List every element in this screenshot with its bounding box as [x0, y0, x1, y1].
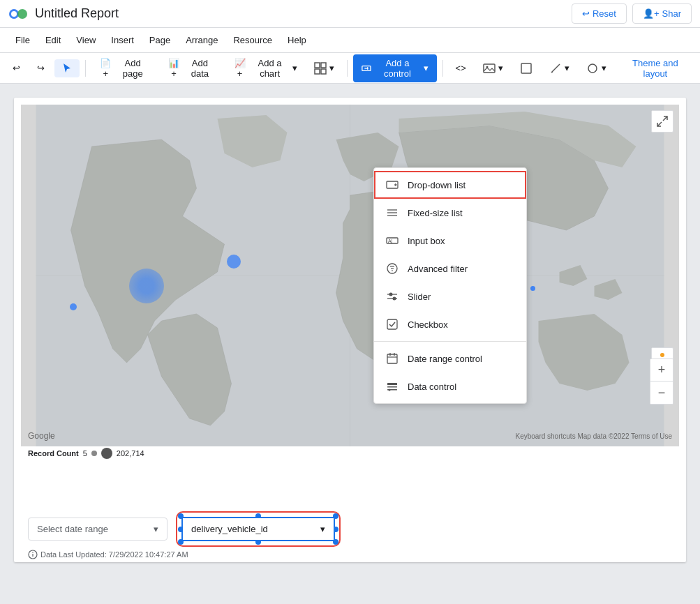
svg-point-38 [389, 293, 393, 296]
reset-button[interactable]: ↩ Reset [572, 3, 627, 24]
image-button[interactable]: ▾ [476, 59, 510, 78]
shape-button[interactable]: ▾ [579, 59, 613, 78]
map-zoom-out-button[interactable]: − [650, 382, 673, 404]
add-page-button[interactable]: 📄+ Add page [91, 54, 157, 82]
menu-item-date-range-label: Date range control [408, 354, 482, 364]
legend-value: 202,714 [117, 449, 144, 458]
menu-item-input-box-label: Input box [408, 236, 445, 246]
report-canvas: + − Google Keyboard shortcuts Map data ©… [14, 98, 686, 562]
menu-bar: File Edit View Insert Page Arrange Resou… [0, 28, 700, 53]
add-layout-button[interactable]: ▾ [307, 59, 341, 78]
theme-layout-button[interactable]: Theme and layout [616, 54, 694, 82]
date-range-chevron-icon: ▾ [154, 524, 158, 534]
toolbar-divider-1 [85, 60, 86, 77]
slider-icon [385, 289, 399, 303]
svg-rect-40 [387, 319, 397, 329]
menu-item-checkbox-label: Checkbox [408, 319, 448, 330]
image-chevron-icon: ▾ [498, 63, 503, 73]
menu-item-slider-label: Slider [408, 292, 431, 302]
legend-dot-small [91, 451, 97, 456]
draw-chevron-icon: ▾ [565, 63, 569, 73]
legend-dot-large [101, 448, 112, 459]
map-dot-pacific [70, 303, 77, 310]
add-chart-chevron-icon: ▾ [292, 63, 297, 73]
menu-page[interactable]: Page [142, 32, 177, 48]
svg-point-14 [588, 64, 597, 73]
svg-line-13 [551, 64, 560, 73]
report-title: Untitled Report [35, 6, 572, 21]
menu-item-checkbox[interactable]: Checkbox [374, 310, 526, 338]
svg-rect-41 [387, 354, 397, 363]
menu-item-input-box[interactable]: A| Input box [374, 227, 526, 255]
dropdown-control[interactable]: delivery_vehicle_id ▾ [181, 517, 335, 541]
svg-rect-4 [321, 63, 326, 68]
svg-point-39 [393, 297, 396, 301]
menu-separator [374, 341, 526, 342]
add-control-button[interactable]: Add a control ▾ [353, 54, 436, 82]
svg-rect-5 [315, 69, 320, 74]
svg-rect-3 [315, 63, 320, 68]
calendar-icon [385, 352, 399, 365]
controls-area: Select date range ▾ delivery_vehicle_id … [21, 510, 679, 548]
add-chart-button[interactable]: 📈+ Add a chart ▾ [225, 54, 304, 82]
menu-item-advanced-filter-label: Advanced filter [408, 264, 468, 274]
canvas-area: + − Google Keyboard shortcuts Map data ©… [0, 84, 700, 576]
menu-view[interactable]: View [69, 32, 103, 48]
menu-item-fixed-size-list-label: Fixed-size list [408, 208, 463, 218]
menu-file[interactable]: File [8, 32, 37, 48]
embed-button[interactable]: <> [449, 59, 473, 77]
add-page-icon: 📄+ [98, 58, 113, 79]
menu-item-date-range-control[interactable]: Date range control [374, 345, 526, 372]
menu-item-data-control[interactable]: Data control [374, 372, 526, 400]
menu-edit[interactable]: Edit [38, 32, 68, 48]
svg-rect-46 [387, 386, 397, 388]
date-range-control[interactable]: Select date range ▾ [28, 518, 167, 541]
menu-item-fixed-size-list[interactable]: Fixed-size list [374, 199, 526, 227]
menu-insert[interactable]: Insert [104, 32, 141, 48]
shape-chevron-icon: ▾ [602, 63, 606, 73]
svg-point-23 [32, 552, 33, 553]
map-dot-india2 [530, 286, 535, 291]
svg-line-18 [663, 116, 667, 121]
dropdown-control-wrapper: delivery_vehicle_id ▾ [181, 517, 335, 541]
advanced-filter-icon [385, 262, 399, 275]
map-footer: Google Keyboard shortcuts Map data ©2022… [21, 431, 679, 441]
dropdown-list-icon [385, 178, 399, 192]
svg-line-19 [657, 122, 662, 126]
map-zoom-buttons: + − [650, 358, 673, 405]
svg-rect-6 [321, 69, 326, 74]
google-logo: Google [28, 431, 55, 441]
map-area: + − Google Keyboard shortcuts Map data ©… [21, 105, 679, 446]
data-updated-text: Data Last Updated: 7/29/2022 10:47:27 AM [40, 550, 188, 559]
svg-rect-12 [521, 63, 531, 73]
svg-rect-45 [387, 383, 397, 385]
title-bar-actions: ↩ Reset 👤+ Shar [572, 3, 692, 24]
menu-resource[interactable]: Resource [226, 32, 279, 48]
menu-help[interactable]: Help [281, 32, 313, 48]
menu-item-dropdown-list[interactable]: Drop-down list [374, 171, 526, 199]
dropdown-control-chevron-icon: ▾ [320, 524, 325, 534]
menu-item-data-control-label: Data control [408, 382, 456, 392]
app-logo [8, 4, 28, 24]
legend-count: 5 [83, 449, 87, 458]
select-tool-button[interactable] [54, 59, 80, 77]
draw-button[interactable]: ▾ [542, 59, 576, 78]
menu-arrange[interactable]: Arrange [179, 32, 225, 48]
toolbar-divider-2 [347, 60, 348, 77]
map-zoom-in-button[interactable]: + [650, 359, 673, 382]
menu-item-advanced-filter[interactable]: Advanced filter [374, 255, 526, 282]
undo-button[interactable]: ↩ [6, 59, 27, 77]
add-control-chevron-icon: ▾ [424, 63, 429, 73]
reset-icon: ↩ [582, 8, 590, 19]
add-data-button[interactable]: 📊+ Add data [160, 54, 223, 82]
map-expand-button[interactable] [651, 110, 673, 133]
menu-item-slider[interactable]: Slider [374, 282, 526, 310]
share-icon: 👤+ [643, 8, 660, 19]
frame-button[interactable] [513, 59, 539, 78]
legend-label: Record Count [28, 449, 79, 458]
map-dot-us-medium [227, 255, 241, 269]
map-dot-us-large [129, 269, 164, 303]
redo-button[interactable]: ↪ [30, 59, 52, 77]
svg-point-2 [17, 9, 27, 19]
share-button[interactable]: 👤+ Shar [632, 3, 692, 24]
